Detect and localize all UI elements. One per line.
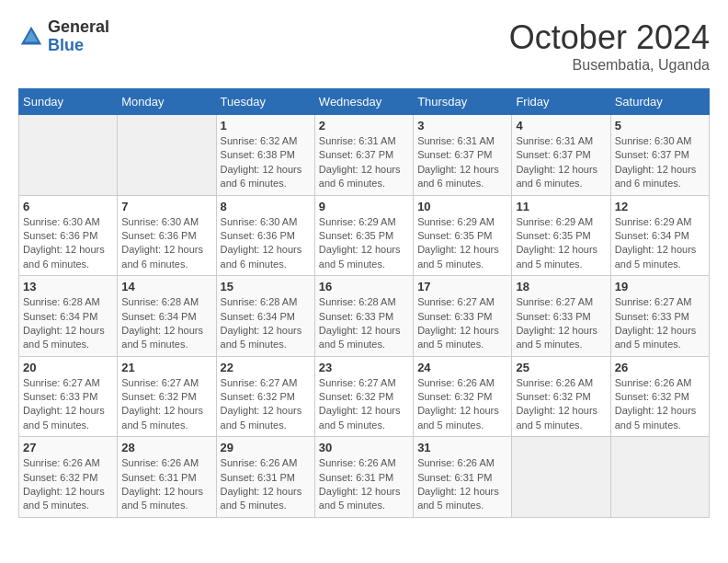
day-number: 3: [417, 119, 507, 132]
calendar-week-5: 27Sunrise: 6:26 AM Sunset: 6:32 PM Dayli…: [19, 437, 710, 518]
calendar-cell: 29Sunrise: 6:26 AM Sunset: 6:31 PM Dayli…: [216, 437, 314, 518]
col-tuesday: Tuesday: [216, 89, 314, 115]
day-info: Sunrise: 6:31 AM Sunset: 6:37 PM Dayligh…: [319, 134, 409, 191]
day-number: 16: [319, 280, 409, 293]
calendar-cell: 13Sunrise: 6:28 AM Sunset: 6:34 PM Dayli…: [19, 276, 118, 357]
day-number: 19: [615, 280, 705, 293]
day-info: Sunrise: 6:27 AM Sunset: 6:33 PM Dayligh…: [516, 295, 606, 352]
day-info: Sunrise: 6:26 AM Sunset: 6:32 PM Dayligh…: [516, 376, 606, 433]
day-number: 5: [615, 119, 705, 132]
day-info: Sunrise: 6:29 AM Sunset: 6:35 PM Dayligh…: [516, 215, 606, 272]
day-number: 23: [319, 361, 409, 374]
calendar-header: Sunday Monday Tuesday Wednesday Thursday…: [19, 89, 710, 115]
day-info: Sunrise: 6:26 AM Sunset: 6:32 PM Dayligh…: [615, 376, 705, 433]
col-wednesday: Wednesday: [314, 89, 413, 115]
calendar-cell: 9Sunrise: 6:29 AM Sunset: 6:35 PM Daylig…: [314, 195, 413, 276]
day-info: Sunrise: 6:28 AM Sunset: 6:33 PM Dayligh…: [319, 295, 409, 352]
day-number: 22: [221, 361, 311, 374]
day-number: 13: [23, 280, 113, 293]
day-number: 6: [23, 200, 113, 213]
logo-blue-text: Blue: [48, 37, 109, 55]
day-info: Sunrise: 6:26 AM Sunset: 6:31 PM Dayligh…: [319, 456, 409, 513]
day-info: Sunrise: 6:27 AM Sunset: 6:32 PM Dayligh…: [319, 376, 409, 433]
calendar-cell: 26Sunrise: 6:26 AM Sunset: 6:32 PM Dayli…: [610, 356, 709, 437]
logo: General Blue: [18, 18, 109, 55]
col-thursday: Thursday: [414, 89, 512, 115]
day-info: Sunrise: 6:26 AM Sunset: 6:31 PM Dayligh…: [121, 456, 211, 513]
calendar-week-2: 6Sunrise: 6:30 AM Sunset: 6:36 PM Daylig…: [19, 195, 710, 276]
day-info: Sunrise: 6:30 AM Sunset: 6:36 PM Dayligh…: [221, 215, 311, 272]
calendar-cell: 8Sunrise: 6:30 AM Sunset: 6:36 PM Daylig…: [216, 195, 314, 276]
day-number: 7: [121, 200, 211, 213]
calendar-cell: 3Sunrise: 6:31 AM Sunset: 6:37 PM Daylig…: [414, 115, 512, 196]
day-number: 8: [221, 200, 311, 213]
day-number: 12: [615, 200, 705, 213]
day-info: Sunrise: 6:29 AM Sunset: 6:35 PM Dayligh…: [417, 215, 507, 272]
day-number: 25: [516, 361, 606, 374]
day-number: 15: [221, 280, 311, 293]
page-header: General Blue October 2024 Busembatia, Ug…: [18, 18, 710, 74]
day-info: Sunrise: 6:26 AM Sunset: 6:32 PM Dayligh…: [23, 456, 113, 513]
day-info: Sunrise: 6:31 AM Sunset: 6:37 PM Dayligh…: [516, 134, 606, 191]
day-info: Sunrise: 6:30 AM Sunset: 6:36 PM Dayligh…: [23, 215, 113, 272]
day-number: 28: [121, 441, 211, 454]
day-info: Sunrise: 6:29 AM Sunset: 6:35 PM Dayligh…: [319, 215, 409, 272]
col-saturday: Saturday: [610, 89, 709, 115]
calendar-cell: 23Sunrise: 6:27 AM Sunset: 6:32 PM Dayli…: [314, 356, 413, 437]
calendar-cell: 5Sunrise: 6:30 AM Sunset: 6:37 PM Daylig…: [610, 115, 709, 196]
logo-general-text: General: [48, 18, 109, 37]
calendar-cell: [19, 115, 118, 196]
day-number: 1: [221, 119, 311, 132]
day-number: 4: [516, 119, 606, 132]
day-info: Sunrise: 6:27 AM Sunset: 6:33 PM Dayligh…: [23, 376, 113, 433]
day-number: 20: [23, 361, 113, 374]
calendar-cell: 1Sunrise: 6:32 AM Sunset: 6:38 PM Daylig…: [216, 115, 314, 196]
day-number: 30: [319, 441, 409, 454]
logo-icon: [18, 24, 44, 50]
calendar-cell: 19Sunrise: 6:27 AM Sunset: 6:33 PM Dayli…: [610, 276, 709, 357]
calendar-cell: 11Sunrise: 6:29 AM Sunset: 6:35 PM Dayli…: [512, 195, 610, 276]
calendar-cell: 12Sunrise: 6:29 AM Sunset: 6:34 PM Dayli…: [610, 195, 709, 276]
location-heading: Busembatia, Uganda: [509, 57, 710, 74]
calendar-cell: 27Sunrise: 6:26 AM Sunset: 6:32 PM Dayli…: [19, 437, 118, 518]
day-info: Sunrise: 6:28 AM Sunset: 6:34 PM Dayligh…: [23, 295, 113, 352]
col-sunday: Sunday: [19, 89, 118, 115]
day-number: 27: [23, 441, 113, 454]
calendar-cell: 6Sunrise: 6:30 AM Sunset: 6:36 PM Daylig…: [19, 195, 118, 276]
calendar-cell: 4Sunrise: 6:31 AM Sunset: 6:37 PM Daylig…: [512, 115, 610, 196]
day-number: 2: [319, 119, 409, 132]
col-friday: Friday: [512, 89, 610, 115]
calendar-cell: 16Sunrise: 6:28 AM Sunset: 6:33 PM Dayli…: [314, 276, 413, 357]
day-info: Sunrise: 6:26 AM Sunset: 6:31 PM Dayligh…: [221, 456, 311, 513]
calendar-cell: 21Sunrise: 6:27 AM Sunset: 6:32 PM Dayli…: [118, 356, 216, 437]
calendar-cell: 18Sunrise: 6:27 AM Sunset: 6:33 PM Dayli…: [512, 276, 610, 357]
month-year-heading: October 2024: [509, 18, 710, 57]
calendar-cell: 17Sunrise: 6:27 AM Sunset: 6:33 PM Dayli…: [414, 276, 512, 357]
day-info: Sunrise: 6:31 AM Sunset: 6:37 PM Dayligh…: [417, 134, 507, 191]
day-info: Sunrise: 6:27 AM Sunset: 6:32 PM Dayligh…: [121, 376, 211, 433]
calendar-week-1: 1Sunrise: 6:32 AM Sunset: 6:38 PM Daylig…: [19, 115, 710, 196]
calendar-cell: [610, 437, 709, 518]
header-row: Sunday Monday Tuesday Wednesday Thursday…: [19, 89, 710, 115]
day-info: Sunrise: 6:29 AM Sunset: 6:34 PM Dayligh…: [615, 215, 705, 272]
day-number: 26: [615, 361, 705, 374]
day-number: 17: [417, 280, 507, 293]
day-number: 18: [516, 280, 606, 293]
calendar-cell: 22Sunrise: 6:27 AM Sunset: 6:32 PM Dayli…: [216, 356, 314, 437]
col-monday: Monday: [118, 89, 216, 115]
day-info: Sunrise: 6:27 AM Sunset: 6:33 PM Dayligh…: [417, 295, 507, 352]
day-info: Sunrise: 6:28 AM Sunset: 6:34 PM Dayligh…: [121, 295, 211, 352]
calendar-table: Sunday Monday Tuesday Wednesday Thursday…: [18, 88, 710, 518]
calendar-cell: 25Sunrise: 6:26 AM Sunset: 6:32 PM Dayli…: [512, 356, 610, 437]
day-number: 31: [417, 441, 507, 454]
calendar-week-4: 20Sunrise: 6:27 AM Sunset: 6:33 PM Dayli…: [19, 356, 710, 437]
day-number: 29: [221, 441, 311, 454]
calendar-cell: 24Sunrise: 6:26 AM Sunset: 6:32 PM Dayli…: [414, 356, 512, 437]
calendar-week-3: 13Sunrise: 6:28 AM Sunset: 6:34 PM Dayli…: [19, 276, 710, 357]
day-number: 21: [121, 361, 211, 374]
calendar-cell: [512, 437, 610, 518]
day-number: 9: [319, 200, 409, 213]
calendar-cell: [118, 115, 216, 196]
calendar-cell: 28Sunrise: 6:26 AM Sunset: 6:31 PM Dayli…: [118, 437, 216, 518]
day-info: Sunrise: 6:28 AM Sunset: 6:34 PM Dayligh…: [221, 295, 311, 352]
